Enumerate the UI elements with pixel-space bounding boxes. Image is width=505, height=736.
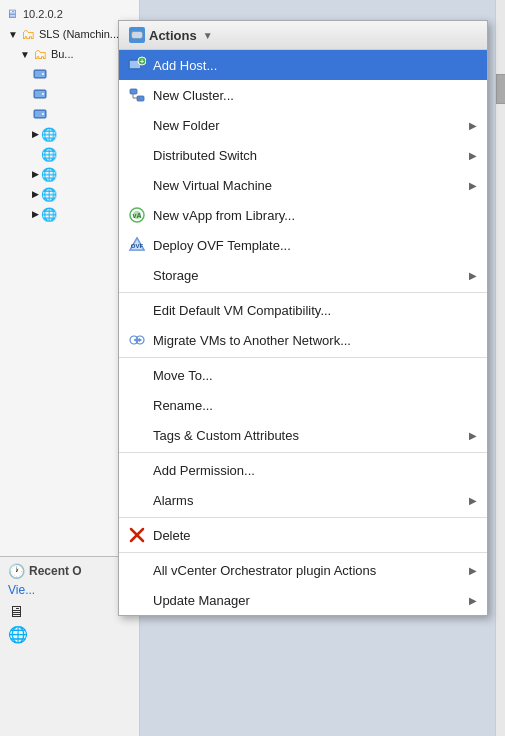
svg-rect-15 [130,89,137,94]
vcenter-orchestrator-label: All vCenter Orchestrator plugin Actions [153,563,469,578]
globe-icon: 🌐 [41,186,57,202]
expand-icon: ▶ [32,189,39,199]
update-manager-label: Update Manager [153,593,469,608]
menu-item-update-manager[interactable]: Update Manager ▶ [119,585,487,615]
add-permission-label: Add Permission... [153,463,477,478]
actions-dropdown: Actions ▼ + Add Host... New Cluster... [118,20,488,616]
submenu-arrow: ▶ [469,495,477,506]
new-vapp-label: New vApp from Library... [153,208,477,223]
bottom-icon-list: 🖥 🌐 [4,599,136,648]
submenu-arrow: ▶ [469,120,477,131]
svg-text:vA: vA [133,212,142,219]
edit-compat-icon [127,300,147,320]
deploy-ovf-icon: OVF [127,235,147,255]
folder-icon: 🗂 [20,26,36,42]
migrate-icon [127,330,147,350]
edit-compat-label: Edit Default VM Compatibility... [153,303,477,318]
new-vm-label: New Virtual Machine [153,178,469,193]
menu-item-delete[interactable]: Delete [119,520,487,550]
delete-icon [127,525,147,545]
menu-item-move-to[interactable]: Move To... [119,360,487,390]
distributed-switch-label: Distributed Switch [153,148,469,163]
separator5 [119,552,487,553]
tags-icon [127,425,147,445]
submenu-arrow: ▶ [469,595,477,606]
server-icon [32,66,48,82]
move-to-label: Move To... [153,368,477,383]
globe-icon: 🌐 [41,166,57,182]
rename-label: Rename... [153,398,477,413]
submenu-arrow: ▶ [469,270,477,281]
new-cluster-label: New Cluster... [153,88,477,103]
separator1 [119,292,487,293]
separator4 [119,517,487,518]
menu-item-vcenter-orchestrator[interactable]: All vCenter Orchestrator plugin Actions … [119,555,487,585]
storage-label: Storage [153,268,469,283]
menu-item-add-host[interactable]: + Add Host... [119,50,487,80]
expand-icon: ▼ [8,29,18,40]
add-permission-icon [127,460,147,480]
actions-header-label: Actions [149,28,197,43]
menu-item-alarms[interactable]: Alarms ▶ [119,485,487,515]
expand-icon: ▶ [32,169,39,179]
add-host-label: Add Host... [153,58,477,73]
storage-icon [127,265,147,285]
svg-rect-10 [133,33,141,37]
move-to-icon [127,365,147,385]
menu-item-migrate[interactable]: Migrate VMs to Another Network... [119,325,487,355]
add-host-icon: + [127,55,147,75]
tree-item-label: Bu... [51,48,74,60]
bottom-globe-icon: 🌐 [8,625,132,644]
view-link[interactable]: Vie... [4,581,136,599]
svg-marker-28 [139,338,142,342]
new-folder-icon [127,115,147,135]
submenu-arrow: ▶ [469,430,477,441]
menu-item-add-permission[interactable]: Add Permission... [119,455,487,485]
submenu-arrow: ▶ [469,565,477,576]
svg-text:+: + [140,58,144,65]
tree-item-label: SLS (Namchin...) [39,28,123,40]
svg-point-2 [42,73,44,75]
delete-label: Delete [153,528,477,543]
server-icon: 🖥 [4,6,20,22]
menu-item-tags[interactable]: Tags & Custom Attributes ▶ [119,420,487,450]
separator2 [119,357,487,358]
menu-item-new-vapp[interactable]: vA New vApp from Library... [119,200,487,230]
dropdown-caret: ▼ [203,30,213,41]
migrate-label: Migrate VMs to Another Network... [153,333,477,348]
menu-item-rename[interactable]: Rename... [119,390,487,420]
expand-icon: ▶ [32,129,39,139]
menu-item-distributed-switch[interactable]: Distributed Switch ▶ [119,140,487,170]
actions-header-icon [129,27,145,43]
menu-item-edit-compat[interactable]: Edit Default VM Compatibility... [119,295,487,325]
alarms-label: Alarms [153,493,469,508]
svg-point-5 [42,93,44,95]
menu-item-deploy-ovf[interactable]: OVF Deploy OVF Template... [119,230,487,260]
new-vm-icon [127,175,147,195]
expand-icon: ▶ [32,209,39,219]
rename-icon [127,395,147,415]
alarms-icon [127,490,147,510]
svg-text:OVF: OVF [131,243,144,249]
vcenter-orchestrator-icon [127,560,147,580]
globe-icon: 🌐 [41,126,57,142]
server-icon [32,106,48,122]
dropdown-header: Actions ▼ [119,21,487,50]
separator3 [119,452,487,453]
menu-item-storage[interactable]: Storage ▶ [119,260,487,290]
scrollbar-thumb[interactable] [496,74,505,104]
globe-icon: 🌐 [41,206,57,222]
server-icon [32,86,48,102]
update-manager-icon [127,590,147,610]
expand-icon: ▶ [32,149,39,159]
submenu-arrow: ▶ [469,150,477,161]
new-cluster-icon [127,85,147,105]
tags-label: Tags & Custom Attributes [153,428,469,443]
tree-item-label: 10.2.0.2 [23,8,63,20]
deploy-ovf-label: Deploy OVF Template... [153,238,477,253]
scrollbar[interactable] [495,0,505,736]
menu-item-new-vm[interactable]: New Virtual Machine ▶ [119,170,487,200]
globe-icon: 🌐 [41,146,57,162]
menu-item-new-cluster[interactable]: New Cluster... [119,80,487,110]
menu-item-new-folder[interactable]: New Folder ▶ [119,110,487,140]
